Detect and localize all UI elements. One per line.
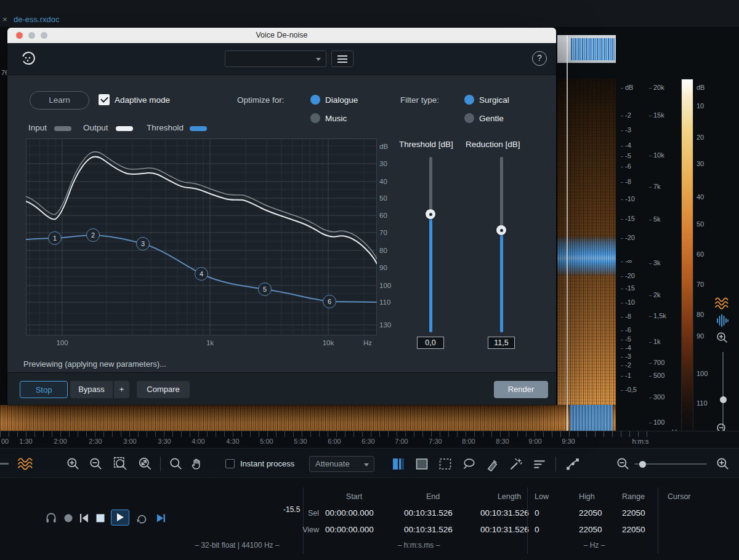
zoom-in-icon[interactable] — [66, 457, 81, 471]
vertical-zoom-slider[interactable] — [722, 352, 724, 431]
radio-dialogue[interactable] — [310, 95, 320, 105]
dialog-titlebar[interactable]: Voice De-noise — [7, 28, 556, 43]
stop-button-icon[interactable] — [94, 511, 107, 525]
vertical-zoom-slider-handle[interactable] — [720, 396, 727, 403]
denoise-graph[interactable]: 123456 — [26, 138, 377, 335]
play-button[interactable] — [111, 510, 129, 526]
graph-y-tick: 40 — [379, 178, 387, 185]
preset-dropdown[interactable] — [225, 50, 326, 67]
timeline-ruler[interactable]: 001:302:002:303:003:304:004:305:005:306:… — [0, 431, 739, 448]
adaptive-mode-label: Adaptive mode — [115, 95, 170, 105]
help-button[interactable]: ? — [532, 51, 547, 66]
free-selection-tool-icon[interactable] — [437, 457, 453, 471]
radio-music-label[interactable]: Music — [325, 114, 347, 123]
time-selection-tool-icon[interactable] — [390, 457, 406, 471]
threshold-slider-handle[interactable] — [426, 209, 435, 219]
radio-gentle[interactable] — [464, 113, 474, 123]
find-icon[interactable] — [169, 457, 184, 471]
amplitude-scale-label: -6 — [621, 326, 631, 334]
reduction-slider-track-upper[interactable] — [500, 157, 503, 230]
waveform-view-icon[interactable] — [716, 314, 729, 327]
threshold-node[interactable]: 3 — [136, 237, 150, 250]
amplitude-scale-label: -3 — [621, 353, 631, 360]
reduction-value-box[interactable]: 11,5 — [488, 337, 515, 349]
h-zoom-in-icon[interactable] — [716, 457, 730, 471]
freq-high-value-1[interactable]: 22050 — [579, 508, 602, 518]
radio-music[interactable] — [310, 113, 320, 123]
threshold-slider-track-upper[interactable] — [429, 157, 432, 214]
frequency-scale-label: 5k — [649, 215, 661, 223]
colormap-db-label: 90 — [697, 332, 704, 340]
zoom-out-icon[interactable] — [89, 457, 103, 471]
record-button-icon[interactable] — [62, 511, 75, 525]
h-zoom-slider-handle[interactable] — [639, 461, 646, 468]
threshold-node[interactable]: 4 — [195, 267, 208, 281]
radio-surgical[interactable] — [464, 95, 474, 105]
spectrogram-view-icon[interactable] — [714, 297, 729, 310]
reduction-slider-handle[interactable] — [496, 225, 506, 235]
brush-tool-icon[interactable] — [485, 457, 500, 471]
radio-gentle-label[interactable]: Gentle — [479, 114, 504, 123]
threshold-node[interactable]: 6 — [323, 295, 336, 308]
radio-dialogue-label[interactable]: Dialogue — [325, 95, 358, 105]
frequency-scale-label: 500 — [649, 372, 664, 379]
freq-low-value-1[interactable]: 0 — [535, 508, 539, 518]
colormap-db-label: 40 — [697, 193, 704, 201]
bypass-add-button[interactable]: + — [114, 381, 129, 398]
instant-process-checkbox[interactable] — [225, 459, 235, 468]
threshold-slider-label: Threshold [dB] — [399, 140, 453, 149]
bypass-button[interactable]: Bypass — [70, 381, 113, 398]
time-frequency-selection-tool-icon[interactable] — [414, 457, 430, 471]
magic-wand-tool-icon[interactable] — [509, 457, 523, 471]
adaptive-mode-checkbox[interactable] — [99, 94, 110, 105]
freq-range-value-1[interactable]: 22050 — [622, 508, 645, 518]
timeline-label: 9:00 — [528, 438, 541, 445]
overview-waveform — [571, 38, 615, 60]
lasso-tool-icon[interactable] — [462, 457, 477, 471]
h-zoom-out-icon[interactable] — [616, 457, 631, 471]
threshold-node[interactable]: 2 — [86, 228, 100, 242]
sel-end-value[interactable]: 00:10:31.526 — [404, 508, 453, 518]
colormap-db-label: 50 — [697, 220, 704, 228]
threshold-node[interactable]: 5 — [258, 282, 272, 296]
document-tab[interactable]: de-ess.rxdoc — [14, 15, 59, 24]
radio-surgical-label[interactable]: Surgical — [479, 95, 509, 105]
threshold-node[interactable]: 1 — [48, 231, 62, 245]
hand-tool-icon[interactable] — [190, 456, 204, 471]
sel-start-value[interactable]: 00:00:00.000 — [325, 508, 374, 518]
compare-button[interactable]: Compare — [137, 381, 190, 398]
vertical-zoom-in-icon[interactable] — [716, 331, 729, 345]
stop-preview-button[interactable]: Stop — [20, 381, 68, 398]
module-mode-dropdown[interactable]: Attenuate — [309, 456, 374, 472]
gain-lines-tool-icon[interactable] — [532, 457, 547, 471]
zoom-fit-icon[interactable] — [138, 457, 153, 471]
freq-range-value-2: 22050 — [622, 525, 645, 534]
spectrogram-waves-icon[interactable] — [17, 457, 33, 471]
amplitude-scale-label: -5 — [621, 335, 631, 343]
module-mode-value: Attenuate — [315, 459, 350, 468]
amplitude-scale-label: -8 — [621, 313, 631, 320]
bezier-pen-tool-icon[interactable] — [565, 457, 580, 471]
playhead-line[interactable] — [567, 35, 568, 431]
reduction-slider-track-lower[interactable] — [500, 230, 503, 332]
go-to-end-button-icon[interactable] — [154, 511, 168, 525]
loop-button-icon[interactable] — [134, 511, 148, 525]
learn-button[interactable]: Learn — [30, 91, 89, 110]
tab-close-icon[interactable]: × — [2, 15, 7, 24]
sel-length-value[interactable]: 00:10:31.526 — [480, 508, 529, 518]
zoom-selection-icon[interactable] — [113, 457, 128, 471]
threshold-slider-track-lower[interactable] — [429, 214, 432, 332]
panel-splitter-handle[interactable] — [0, 463, 9, 465]
toolbar: Instant process Attenuate — [0, 448, 739, 478]
spectrogram-colormap-bar[interactable] — [681, 79, 693, 438]
freq-high-value-2: 22050 — [579, 525, 602, 534]
amplitude-scale-label: -10 — [621, 195, 635, 202]
preset-menu-button[interactable] — [331, 50, 353, 67]
monitor-headphones-icon[interactable] — [44, 511, 58, 524]
timeline-label: 5:00 — [260, 438, 273, 445]
threshold-value-box[interactable]: 0,0 — [417, 337, 444, 349]
render-button[interactable]: Render — [494, 381, 548, 398]
go-to-start-button-icon[interactable] — [78, 511, 91, 525]
spectrogram-bottom-strip[interactable] — [0, 405, 616, 431]
graph-y-tick: 80 — [379, 247, 387, 254]
